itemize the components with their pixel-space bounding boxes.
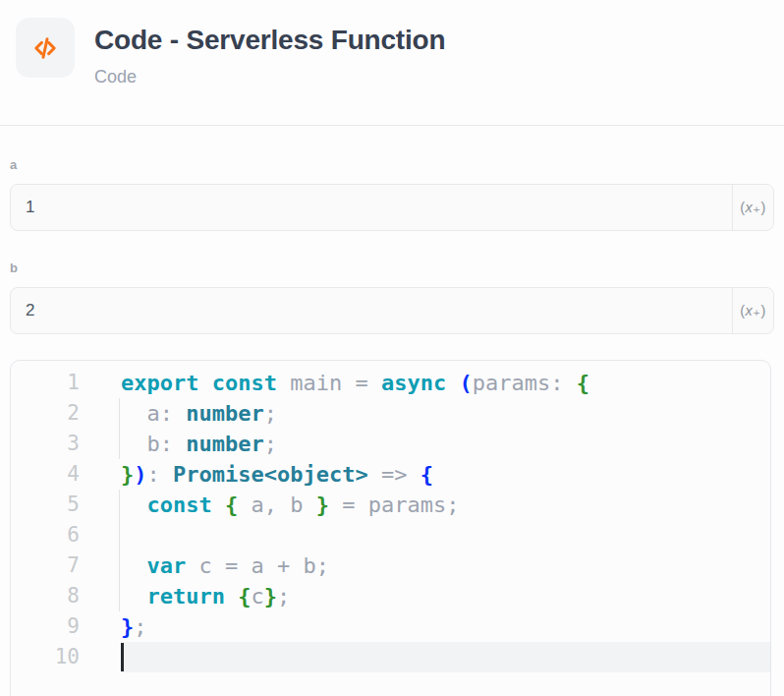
code-line[interactable]: 6	[11, 520, 770, 551]
code-token: number	[186, 401, 263, 426]
code-lines: 1export const main = async (params: {2 a…	[11, 368, 770, 672]
page-subtitle: Code	[94, 67, 445, 87]
code-token: =>	[368, 462, 420, 487]
field-b-label: b	[10, 261, 774, 275]
code-token: ;	[264, 432, 277, 456]
code-token: ;	[277, 584, 290, 609]
code-token: {	[577, 371, 589, 395]
code-line[interactable]: 2 a: number;	[11, 398, 770, 429]
code-token: c = a + b;	[186, 553, 329, 578]
component-header: Code - Serverless Function Code	[0, 0, 784, 126]
code-token: )	[134, 462, 146, 487]
code-line-content: const { a, b } = params;	[121, 490, 770, 520]
line-number: 5	[11, 490, 80, 520]
code-token: b:	[121, 432, 186, 456]
code-line[interactable]: 1export const main = async (params: {	[11, 368, 770, 398]
field-b-input[interactable]: 2 (x₊)	[10, 287, 774, 334]
code-token	[121, 553, 147, 578]
insert-variable-button[interactable]: (x₊)	[732, 288, 773, 333]
code-token: const	[212, 371, 277, 395]
field-a-input[interactable]: 1 (x₊)	[10, 184, 774, 231]
code-token: params:	[473, 371, 577, 395]
code-line-content: a: number;	[121, 398, 770, 429]
code-editor[interactable]: 1export const main = async (params: {2 a…	[10, 360, 771, 696]
line-number: 6	[11, 520, 80, 551]
code-line[interactable]: 4}): Promise<object> => {	[11, 459, 770, 490]
field-a-value: 1	[26, 185, 34, 230]
line-number: 2	[11, 398, 80, 429]
code-token: async	[381, 371, 446, 395]
code-token: export	[121, 371, 198, 395]
code-token: return	[147, 584, 225, 609]
code-token: }	[121, 462, 134, 487]
code-token: (	[459, 371, 472, 395]
code-line[interactable]: 5 const { a, b } = params;	[11, 490, 770, 520]
code-line-content: return {c};	[121, 581, 770, 611]
code-token	[121, 584, 147, 609]
line-number: 3	[11, 429, 80, 459]
input-fields-section: a 1 (x₊) b 2 (x₊)	[0, 158, 784, 334]
code-line-content	[121, 642, 770, 672]
code-token	[121, 493, 147, 517]
code-line-content: };	[121, 611, 770, 642]
code-icon	[16, 18, 75, 78]
code-token: = params;	[329, 493, 459, 517]
field-a-label: a	[10, 158, 774, 172]
code-token: {	[420, 462, 433, 487]
code-line[interactable]: 7 var c = a + b;	[11, 551, 770, 581]
code-token: const	[147, 493, 212, 517]
insert-variable-icon: (x₊)	[740, 200, 766, 215]
code-token: }	[316, 493, 329, 517]
code-token: var	[147, 553, 187, 578]
code-token: }	[264, 584, 277, 609]
code-line[interactable]: 9};	[11, 611, 770, 642]
code-token: {	[225, 493, 238, 517]
code-line[interactable]: 8 return {c};	[11, 581, 770, 611]
field-a: a 1 (x₊)	[10, 158, 774, 231]
code-line-content: var c = a + b;	[121, 551, 770, 581]
code-token	[446, 371, 459, 395]
code-line[interactable]: 10	[11, 642, 770, 672]
code-line-content: b: number;	[121, 429, 770, 459]
field-b-value: 2	[26, 288, 34, 333]
code-line-content: }): Promise<object> => {	[121, 459, 770, 490]
field-b: b 2 (x₊)	[10, 261, 774, 334]
code-line-content: export const main = async (params: {	[121, 368, 770, 398]
code-token: :	[147, 462, 174, 487]
code-token: ;	[134, 614, 146, 639]
insert-variable-button[interactable]: (x₊)	[732, 185, 773, 230]
code-token: ;	[264, 401, 277, 426]
code-token: Promise<object>	[173, 462, 368, 487]
code-token: {	[238, 584, 251, 609]
line-number: 9	[11, 611, 80, 642]
code-token: }	[121, 614, 134, 639]
code-icon-glyph	[28, 31, 62, 65]
code-token: main =	[277, 371, 381, 395]
code-line-content	[121, 520, 770, 551]
code-line[interactable]: 3 b: number;	[11, 429, 770, 459]
code-token: c	[251, 584, 263, 609]
text-cursor	[121, 643, 124, 671]
line-number: 4	[11, 459, 80, 490]
line-number: 10	[11, 642, 80, 672]
code-token: a:	[121, 401, 186, 426]
code-token: number	[186, 432, 263, 456]
code-token	[198, 371, 211, 395]
code-token	[212, 493, 225, 517]
line-number: 7	[11, 551, 80, 581]
line-number: 1	[11, 368, 80, 398]
code-token	[225, 584, 238, 609]
page-title: Code - Serverless Function	[94, 25, 445, 56]
code-token: a, b	[238, 493, 315, 517]
insert-variable-icon: (x₊)	[740, 303, 766, 319]
line-number: 8	[11, 581, 80, 611]
